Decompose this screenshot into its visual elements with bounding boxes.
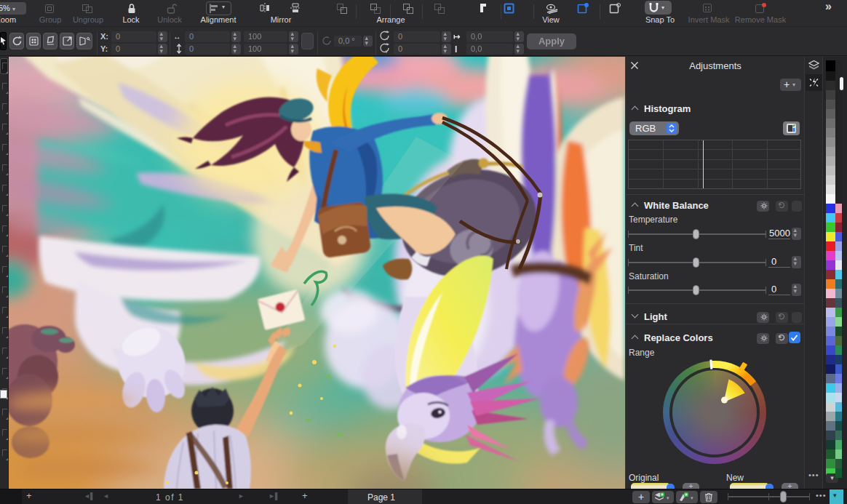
svg-text:y: y	[386, 49, 388, 53]
svg-text:x: x	[386, 36, 388, 41]
